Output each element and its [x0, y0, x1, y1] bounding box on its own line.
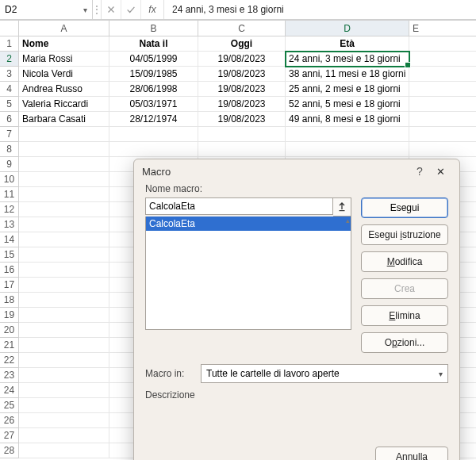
cell-E1[interactable] [409, 36, 476, 52]
row-header[interactable]: 25 [0, 398, 19, 413]
macro-name-input[interactable] [145, 197, 333, 215]
cell-empty[interactable] [19, 293, 109, 308]
row-header[interactable]: 24 [0, 383, 19, 398]
step-button[interactable]: Esegui istruzione [361, 224, 448, 245]
cell-empty[interactable] [19, 263, 109, 278]
cell-empty[interactable] [19, 398, 109, 413]
row-header[interactable]: 21 [0, 338, 19, 353]
row-header[interactable]: 27 [0, 428, 19, 443]
column-header-D[interactable]: D [286, 21, 409, 36]
cell-empty[interactable] [19, 278, 109, 293]
cell-empty[interactable] [19, 187, 109, 202]
row-header[interactable]: 11 [0, 187, 19, 202]
cancel-button[interactable]: Annulla [375, 447, 448, 460]
cell-empty[interactable] [286, 127, 409, 142]
options-button[interactable]: Opzioni... [361, 332, 448, 353]
cell-A5[interactable]: Valeria Riccardi [19, 97, 109, 112]
macro-list-item[interactable]: CalcolaEta [146, 217, 351, 231]
row-header[interactable]: 19 [0, 308, 19, 323]
macro-run-arrow-icon[interactable] [333, 197, 351, 217]
cell-B4[interactable]: 28/06/1998 [109, 82, 198, 97]
cell-D3[interactable]: 38 anni, 11 mesi e 18 giorni [286, 67, 409, 82]
row-header[interactable]: 15 [0, 247, 19, 263]
row-header[interactable]: 18 [0, 293, 19, 308]
cell-empty[interactable] [19, 127, 109, 142]
cell-D2[interactable]: 24 anni, 3 mesi e 18 giorni [286, 52, 409, 67]
cell-E6[interactable] [409, 112, 476, 127]
row-header[interactable]: 20 [0, 323, 19, 338]
row-header[interactable]: 4 [0, 82, 19, 97]
cell-C5[interactable]: 19/08/2023 [198, 97, 286, 112]
select-all-corner[interactable] [0, 21, 19, 36]
cell-empty[interactable] [198, 127, 286, 142]
row-header[interactable]: 1 [0, 36, 19, 52]
cell-empty[interactable] [19, 157, 109, 172]
cell-D6[interactable]: 49 anni, 8 mesi e 18 giorni [286, 112, 409, 127]
row-header[interactable]: 28 [0, 443, 19, 458]
cell-empty[interactable] [19, 202, 109, 217]
row-header[interactable]: 26 [0, 413, 19, 428]
cell-B5[interactable]: 05/03/1971 [109, 97, 198, 112]
scroll-up-icon[interactable]: ▴ [344, 217, 351, 226]
cell-empty[interactable] [19, 383, 109, 398]
row-header[interactable]: 22 [0, 353, 19, 368]
formula-text[interactable]: 24 anni, 3 mesi e 18 giorni [164, 0, 476, 19]
cell-empty[interactable] [286, 142, 409, 157]
cell-B6[interactable]: 28/12/1974 [109, 112, 198, 127]
cell-empty[interactable] [409, 127, 476, 142]
cell-empty[interactable] [19, 428, 109, 443]
dialog-titlebar[interactable]: Macro ? ✕ [134, 159, 459, 183]
row-header[interactable]: 7 [0, 127, 19, 142]
cell-D4[interactable]: 25 anni, 2 mesi e 18 giorni [286, 82, 409, 97]
cell-D1[interactable]: Età [286, 36, 409, 52]
row-header[interactable]: 9 [0, 157, 19, 172]
cell-A4[interactable]: Andrea Russo [19, 82, 109, 97]
column-header-E[interactable]: E [409, 21, 476, 36]
cell-empty[interactable] [19, 338, 109, 353]
row-header[interactable]: 13 [0, 217, 19, 232]
macro-in-select[interactable]: Tutte le cartelle di lavoro aperte ▾ [201, 364, 448, 383]
help-icon[interactable]: ? [410, 165, 429, 178]
cell-C3[interactable]: 19/08/2023 [198, 67, 286, 82]
delete-button[interactable]: Elimina [361, 305, 448, 326]
chevron-down-icon[interactable]: ▾ [78, 6, 92, 14]
cell-E5[interactable] [409, 97, 476, 112]
row-header[interactable]: 12 [0, 202, 19, 217]
cell-C1[interactable]: Oggi [198, 36, 286, 52]
cell-A3[interactable]: Nicola Verdi [19, 67, 109, 82]
row-header[interactable]: 8 [0, 142, 19, 157]
cell-C6[interactable]: 19/08/2023 [198, 112, 286, 127]
cell-empty[interactable] [19, 353, 109, 368]
cell-C4[interactable]: 19/08/2023 [198, 82, 286, 97]
name-box[interactable] [0, 1, 78, 18]
cell-B3[interactable]: 15/09/1985 [109, 67, 198, 82]
row-header[interactable]: 16 [0, 263, 19, 278]
row-header[interactable]: 10 [0, 172, 19, 187]
column-header-C[interactable]: C [198, 21, 286, 36]
cell-empty[interactable] [19, 443, 109, 458]
cell-empty[interactable] [19, 172, 109, 187]
cell-empty[interactable] [19, 368, 109, 383]
row-header[interactable]: 14 [0, 232, 19, 247]
close-icon[interactable]: ✕ [429, 166, 451, 178]
row-header[interactable]: 2 [0, 52, 19, 67]
cell-empty[interactable] [19, 323, 109, 338]
cell-A1[interactable]: Nome [19, 36, 109, 52]
fx-button[interactable]: fx [141, 0, 164, 19]
run-button[interactable]: Esegui [361, 197, 448, 218]
row-header[interactable]: 3 [0, 67, 19, 82]
cell-E4[interactable] [409, 82, 476, 97]
edit-button[interactable]: Modifica [361, 251, 448, 272]
column-header-A[interactable]: A [19, 21, 109, 36]
cell-empty[interactable] [19, 217, 109, 232]
cell-empty[interactable] [198, 142, 286, 157]
cell-empty[interactable] [19, 142, 109, 157]
cell-empty[interactable] [19, 232, 109, 247]
column-header-B[interactable]: B [109, 21, 198, 36]
row-header[interactable]: 5 [0, 97, 19, 112]
row-header[interactable]: 23 [0, 368, 19, 383]
cell-B1[interactable]: Nata il [109, 36, 198, 52]
row-header[interactable]: 17 [0, 278, 19, 293]
cell-E3[interactable] [409, 67, 476, 82]
cell-B2[interactable]: 04/05/1999 [109, 52, 198, 67]
